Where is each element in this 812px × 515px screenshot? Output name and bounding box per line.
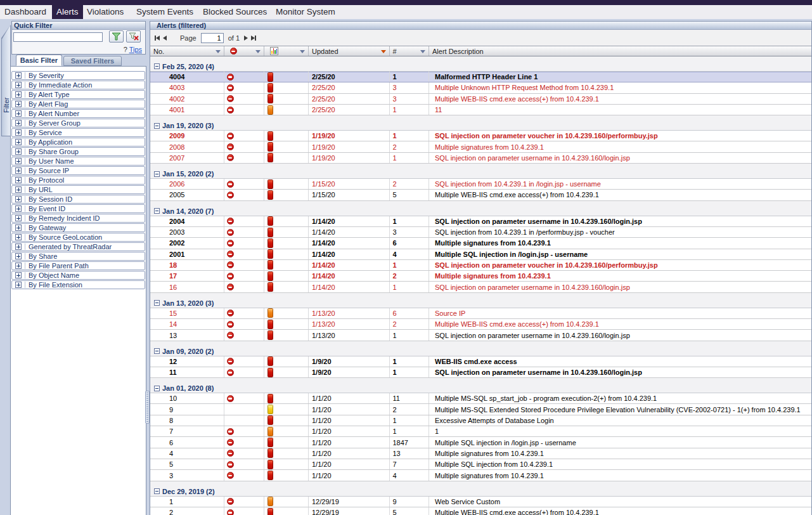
expand-plus-icon[interactable]	[15, 110, 22, 117]
nav-tab-violations[interactable]: Violations	[87, 5, 124, 19]
alert-row-18[interactable]: 181/14/201SQL injection on parameter vou…	[150, 260, 811, 271]
nav-tab-monitor-system[interactable]: Monitor System	[276, 5, 335, 19]
expand-plus-icon[interactable]	[15, 244, 22, 250]
sort-arrow-icon[interactable]	[255, 50, 261, 53]
expand-plus-icon[interactable]	[15, 272, 22, 278]
apply-filter-button[interactable]	[109, 30, 124, 42]
page-input[interactable]	[201, 33, 224, 43]
expand-plus-icon[interactable]	[15, 186, 22, 193]
group-header-jan-15-2020-2[interactable]: Jan 15, 2020 (2)	[150, 169, 811, 179]
alert-row-2[interactable]: 212/29/195Multiple WEB-IIS cmd.exe acces…	[150, 507, 811, 515]
filter-item-by-alert-type[interactable]: By Alert Type	[11, 90, 145, 99]
sort-arrow-icon[interactable]	[420, 50, 425, 53]
last-page-button[interactable]	[251, 36, 256, 41]
alert-row-4[interactable]: 41/1/2013Multiple signatures from 10.4.2…	[150, 448, 811, 459]
alert-row-8[interactable]: 81/1/201Excessive Attempts of Database L…	[150, 415, 811, 426]
collapse-minus-icon[interactable]	[154, 171, 160, 177]
alert-row-4003[interactable]: 40032/25/203Multiple Unknown HTTP Reques…	[150, 82, 811, 93]
expand-plus-icon[interactable]	[15, 72, 22, 79]
expand-plus-icon[interactable]	[15, 196, 22, 202]
tips-link[interactable]: Tips	[129, 46, 142, 53]
filter-item-by-application[interactable]: By Application	[11, 138, 145, 147]
filter-item-by-alert-number[interactable]: By Alert Number	[11, 109, 145, 118]
alert-row-15[interactable]: 151/13/206Source IP	[150, 308, 811, 319]
group-header-jan-09-2020-2[interactable]: Jan 09, 2020 (2)	[150, 347, 811, 356]
clear-filter-button[interactable]	[126, 30, 141, 42]
filter-item-by-server-group[interactable]: By Server Group	[11, 119, 145, 127]
expand-plus-icon[interactable]	[15, 234, 22, 240]
alert-row-7[interactable]: 71/1/2011	[150, 426, 811, 437]
filter-item-generated-by-threatradar[interactable]: Generated by ThreatRadar	[11, 242, 145, 251]
alert-row-2009[interactable]: 20091/19/201SQL injection on parameter v…	[150, 131, 811, 141]
collapse-minus-icon[interactable]	[154, 348, 160, 354]
expand-plus-icon[interactable]	[15, 225, 22, 231]
alert-row-4002[interactable]: 40022/25/203Multiple WEB-IIS cmd.exe acc…	[150, 94, 811, 105]
expand-plus-icon[interactable]	[15, 158, 22, 164]
alert-row-9[interactable]: 91/1/202Multiple MS-SQL Extended Stored …	[150, 404, 811, 415]
nav-tab-dashboard[interactable]: Dashboard	[4, 5, 46, 19]
filter-item-by-share-group[interactable]: By Share Group	[11, 147, 145, 156]
alert-row-14[interactable]: 141/13/202Multiple WEB-IIS cmd.exe acces…	[150, 319, 811, 330]
filter-item-by-service[interactable]: By Service	[11, 128, 145, 137]
column-header-flag[interactable]	[224, 46, 265, 56]
expand-plus-icon[interactable]	[15, 253, 22, 259]
expand-plus-icon[interactable]	[15, 82, 22, 88]
alert-row-17[interactable]: 171/14/202Multiple signatures from 10.4.…	[150, 271, 811, 282]
filter-item-by-gateway[interactable]: By Gateway	[11, 223, 145, 232]
alert-row-5[interactable]: 51/1/207Multiple SQL injection from 10.4…	[150, 459, 811, 470]
filter-item-by-protocol[interactable]: By Protocol	[11, 176, 145, 185]
nav-tab-alerts[interactable]: Alerts	[52, 0, 83, 19]
alert-row-10[interactable]: 101/1/2011Multiple MS-SQL sp_start_job -…	[150, 393, 811, 404]
filter-item-by-session-id[interactable]: By Session ID	[11, 195, 145, 204]
expand-plus-icon[interactable]	[15, 91, 22, 98]
expand-plus-icon[interactable]	[15, 205, 22, 212]
tab-basic-filter[interactable]: Basic Filter	[16, 55, 62, 66]
expand-plus-icon[interactable]	[15, 167, 22, 174]
prev-page-button[interactable]	[163, 36, 167, 41]
alert-row-11[interactable]: 111/9/201SQL injection on parameter user…	[150, 367, 811, 378]
filter-item-by-remedy-incident-id[interactable]: By Remedy Incident ID	[11, 214, 145, 223]
filter-item-by-url[interactable]: By URL	[11, 185, 145, 194]
expand-plus-icon[interactable]	[15, 139, 22, 145]
alert-row-4004[interactable]: 40042/25/201Malformed HTTP Header Line 1	[150, 72, 811, 82]
filter-item-by-file-parent-path[interactable]: By File Parent Path	[11, 261, 145, 270]
filter-item-by-user-name[interactable]: By User Name	[11, 157, 145, 166]
group-header-feb-25-2020-4[interactable]: Feb 25, 2020 (4)	[150, 62, 811, 72]
expand-plus-icon[interactable]	[15, 282, 22, 288]
filter-item-by-immediate-action[interactable]: By Immediate Action	[11, 81, 145, 89]
filter-item-by-severity[interactable]: By Severity	[11, 71, 145, 80]
alert-row-2001[interactable]: 20011/14/204Multiple SQL injection in /l…	[150, 249, 811, 260]
alert-row-13[interactable]: 131/13/201SQL injection on parameter use…	[150, 330, 811, 341]
collapse-minus-icon[interactable]	[154, 123, 160, 129]
alert-row-2002[interactable]: 20021/14/206Multiple signatures from 10.…	[150, 238, 811, 249]
expand-plus-icon[interactable]	[15, 263, 22, 269]
alert-row-12[interactable]: 121/9/201WEB-IIS cmd.exe access	[150, 356, 811, 367]
sort-arrow-icon[interactable]	[381, 50, 386, 53]
column-header-updated[interactable]: Updated	[309, 46, 390, 56]
expand-plus-icon[interactable]	[15, 129, 22, 136]
alert-row-1[interactable]: 112/29/199Web Service Custom	[150, 497, 811, 507]
alert-row-2004[interactable]: 20041/14/201SQL injection on parameter u…	[150, 216, 811, 227]
column-header-severity[interactable]	[264, 46, 309, 56]
collapse-minus-icon[interactable]	[154, 488, 160, 494]
tab-saved-filters[interactable]: Saved Filters	[63, 56, 122, 66]
column-header-[interactable]: #	[390, 46, 430, 56]
group-header-jan-14-2020-7[interactable]: Jan 14, 2020 (7)	[150, 207, 811, 216]
sort-arrow-icon[interactable]	[216, 50, 221, 53]
alert-row-2003[interactable]: 20031/14/203SQL injection from 10.4.239.…	[150, 227, 811, 238]
group-header-dec-29-2019-2[interactable]: Dec 29, 2019 (2)	[150, 487, 811, 497]
filter-item-by-share[interactable]: By Share	[11, 252, 145, 261]
collapse-minus-icon[interactable]	[154, 300, 160, 306]
filter-item-by-file-extension[interactable]: By File Extension	[11, 280, 145, 289]
alert-row-16[interactable]: 161/14/201SQL injection on parameter use…	[150, 282, 811, 292]
alert-row-2008[interactable]: 20081/19/202Multiple signatures from 10.…	[150, 141, 811, 152]
filter-item-by-source-geolocation[interactable]: By Source GeoLocation	[11, 233, 145, 242]
alert-row-2006[interactable]: 20061/15/202SQL injection from 10.4.239.…	[150, 179, 811, 190]
alert-row-2005[interactable]: 20051/15/205Multiple WEB-IIS cmd.exe acc…	[150, 190, 811, 200]
expand-plus-icon[interactable]	[15, 215, 22, 221]
next-page-button[interactable]	[244, 36, 248, 41]
nav-tab-system-events[interactable]: System Events	[136, 5, 193, 19]
alert-row-3[interactable]: 31/1/204Multiple signatures from 10.4.23…	[150, 470, 811, 481]
sort-arrow-icon[interactable]	[300, 50, 305, 53]
filter-collapse-tab[interactable]: Filter	[1, 25, 11, 136]
